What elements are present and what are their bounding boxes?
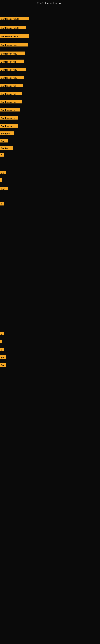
bottleneck-bar: Bottleneck re [0,116,18,120]
bottleneck-bar: Bottleneck res [0,100,22,104]
bottleneck-bar: Bottleneck re [0,108,20,112]
bottleneck-bar: Bo [0,363,6,367]
bar-label: Bottleneck resu [0,68,26,71]
bar-label: Bottleneck res [0,100,22,104]
bar-label: B [0,348,4,352]
bottleneck-bar: Bottlene [0,132,14,135]
bar-label: Bo [0,171,6,174]
site-title: TheBottlenecker.com [0,0,100,6]
bottleneck-bar: Bottleneck r [0,124,18,128]
bottleneck-bar: B [0,202,3,206]
bottleneck-bar: Bot [0,139,8,142]
bottleneck-bar: Bottleneck res [0,84,23,87]
bar-label: Bottleneck resu [0,43,28,46]
bar-label: Bottleneck result [0,34,29,38]
bar-label: Bottleneck result [0,17,29,20]
bar-label: Bottlene [0,132,14,135]
bar-label: | [0,340,1,343]
bar-label: Bottleneck resu [0,76,24,79]
bar-label: Bottleneck re [0,116,18,120]
bottleneck-bar: Bottleneck result [0,17,29,20]
bar-label: Bottleneck res [0,84,23,87]
bottleneck-bar: Bo [0,171,6,174]
bottleneck-bar: B [0,348,4,352]
bar-label: Bottleneck r [0,124,18,128]
bottleneck-bar: Bottleneck resu [0,76,24,79]
bar-label: Bo [0,356,6,359]
bar-label: Bot [0,139,8,142]
bottleneck-bar: B [0,153,4,156]
bar-label: | [0,178,1,182]
bar-label: Bottleneck resu [0,52,25,55]
bottleneck-bar: Bottleneck res [0,60,24,63]
bottleneck-bar: Bottlen [0,146,13,150]
bar-label: Bottleneck re [0,108,20,112]
bar-label: Bo [0,363,6,367]
bottleneck-bar: Bottleneck result [0,34,29,38]
bar-label: Bottleneck res [0,60,24,63]
bottleneck-bar: Bott [0,187,8,190]
bottleneck-bar: Bottleneck resu [0,52,25,55]
bar-label: Bottleneck result [0,26,26,30]
bar-label: Bottleneck res [0,92,22,96]
bottleneck-bar: | [0,340,1,343]
bottleneck-bar: | [0,178,1,182]
bottleneck-bar: B [0,332,3,335]
bar-label: B [0,332,3,335]
bar-label: Bottlen [0,146,13,150]
bottleneck-bar: Bottleneck result [0,26,26,30]
bottleneck-bar: Bottleneck resu [0,68,26,71]
bottleneck-bar: Bottleneck resu [0,43,28,46]
bottleneck-bar: Bo [0,356,6,359]
bar-label: B [0,153,4,156]
bar-label: Bott [0,187,8,190]
bottleneck-bar: Bottleneck res [0,92,22,96]
bar-label: B [0,202,3,206]
